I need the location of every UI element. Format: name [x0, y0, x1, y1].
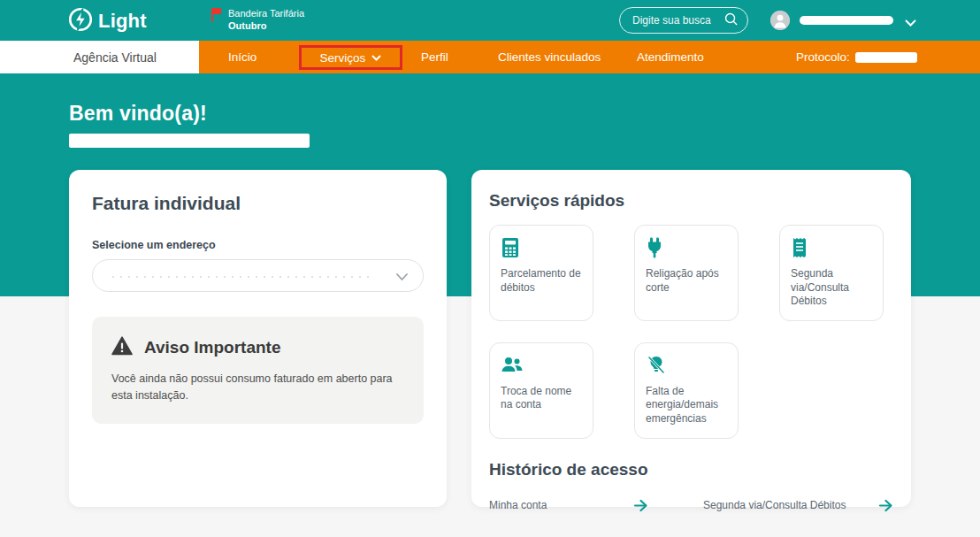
tile-religacao-apos-corte[interactable]: Religação após corte: [634, 225, 739, 321]
notice-message: Você ainda não possui consumo faturado e…: [111, 371, 404, 404]
tariff-flag-label: Bandeira Tarifária: [228, 8, 304, 19]
tile-label: Falta de energia/demais emergências: [646, 385, 727, 426]
nav-item-perfil[interactable]: Perfil: [421, 41, 448, 73]
notice-title: Aviso Importante: [144, 338, 281, 357]
light-bolt-icon: [67, 6, 94, 36]
history-link-segunda-via[interactable]: Segunda via/Consulta Débitos: [703, 499, 846, 511]
user-menu-chevron-down-icon[interactable]: [905, 15, 916, 31]
protocol-display: Protocolo:: [796, 41, 917, 73]
select-chevron-down-icon: [395, 270, 409, 286]
fatura-card-title: Fatura individual: [92, 193, 424, 214]
servicos-card-title: Serviços rápidos: [489, 191, 893, 211]
important-notice-box: Aviso Importante Você ainda não possui c…: [92, 317, 424, 424]
protocol-value-redacted: [855, 52, 917, 63]
servicos-rapidos-card: Serviços rápidos Parcelamento de débitos: [471, 170, 911, 507]
warning-triangle-icon: [111, 336, 133, 359]
tile-label: Parcelamento de débitos: [501, 267, 582, 295]
calculator-icon: [501, 237, 582, 258]
nav-item-inicio[interactable]: Início: [228, 41, 256, 73]
tile-label: Troca de nome na conta: [501, 385, 582, 412]
tile-label: Segunda via/Consulta Débitos: [791, 267, 872, 309]
nav-item-clientes-vinculados[interactable]: Clientes vinculados: [498, 41, 601, 73]
servicos-chevron-down-icon: [371, 51, 381, 65]
logo-wordmark: Light: [98, 10, 147, 33]
plug-icon: [646, 237, 727, 258]
address-select-label: Selecione um endereço: [92, 239, 424, 251]
access-history-links: Minha conta Segunda via/Consulta Débitos: [489, 499, 893, 512]
tile-parcelamento-debitos[interactable]: Parcelamento de débitos: [489, 225, 593, 321]
user-avatar[interactable]: [770, 11, 790, 30]
agencia-virtual-page: Light Bandeira Tarifária Outubro: [0, 0, 980, 537]
tile-label: Religação após corte: [646, 267, 727, 295]
address-select-dropdown[interactable]: [92, 259, 424, 292]
history-link-minha-conta[interactable]: Minha conta: [489, 499, 547, 511]
quick-services-grid: Parcelamento de débitos Religação após c…: [489, 225, 893, 439]
nav-item-atendimento[interactable]: Atendimento: [637, 41, 704, 73]
fatura-individual-card: Fatura individual Selecione um endereço …: [69, 170, 447, 507]
tariff-flag-widget[interactable]: Bandeira Tarifária Outubro: [210, 7, 304, 33]
arrow-right-icon[interactable]: [633, 499, 648, 512]
welcome-user-name-redacted: [69, 134, 310, 148]
historico-acesso-title: Histórico de acesso: [489, 460, 893, 479]
search-input[interactable]: [632, 14, 724, 27]
breadcrumb-agencia-virtual: Agência Virtual: [0, 41, 199, 73]
main-navbar: Agência Virtual Início Serviços Perfil C…: [0, 41, 980, 73]
tariff-flag-text: Bandeira Tarifária Outubro: [228, 7, 304, 33]
nav-item-servicos[interactable]: Serviços: [299, 45, 402, 70]
protocol-label: Protocolo:: [796, 50, 850, 64]
power-off-icon: [646, 355, 727, 376]
light-logo[interactable]: Light: [67, 6, 147, 36]
people-icon: [501, 355, 582, 376]
welcome-greeting: Bem vindo(a)!: [69, 102, 207, 126]
search-box[interactable]: [619, 7, 748, 34]
nav-servicos-label: Serviços: [320, 51, 366, 65]
top-header: Light Bandeira Tarifária Outubro: [0, 0, 980, 41]
invoice-icon: [791, 237, 872, 258]
tile-segunda-via-consulta[interactable]: Segunda via/Consulta Débitos: [779, 225, 884, 321]
search-icon[interactable]: [724, 12, 739, 30]
tile-troca-de-nome[interactable]: Troca de nome na conta: [489, 342, 593, 439]
arrow-right-icon[interactable]: [878, 499, 893, 512]
tariff-flag-month: Outubro: [228, 20, 266, 31]
user-name-redacted[interactable]: [800, 16, 893, 25]
tile-falta-de-energia[interactable]: Falta de energia/demais emergências: [634, 342, 739, 439]
red-flag-icon: [210, 7, 222, 33]
